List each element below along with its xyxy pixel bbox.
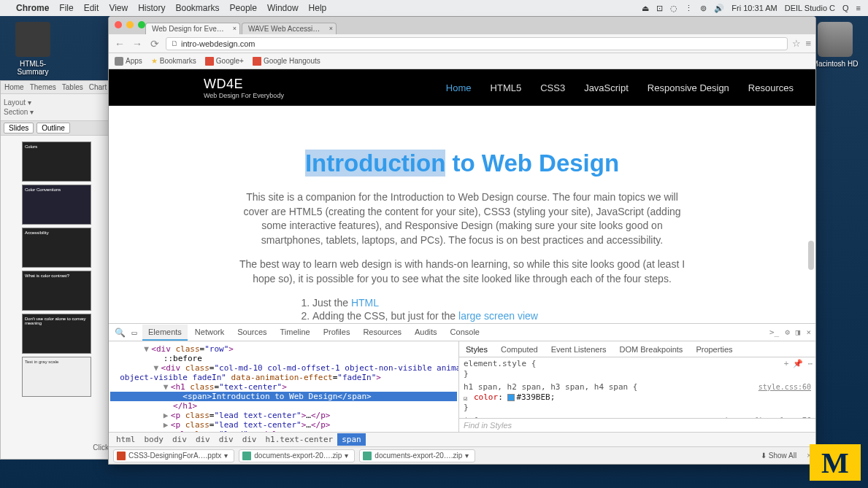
reload-button[interactable]: ⟳ (148, 38, 161, 50)
ppt-tab-tables[interactable]: Tables (62, 83, 83, 91)
crumb[interactable]: html (112, 433, 140, 446)
ppt-slides-tab[interactable]: Slides (4, 123, 34, 133)
devtools-tab-resources[interactable]: Resources (357, 325, 407, 341)
ppt-outline-tab[interactable]: Outline (37, 123, 70, 133)
nav-css3[interactable]: CSS3 (540, 82, 565, 93)
bookmark-star-icon[interactable]: ☆ (792, 38, 801, 49)
devtools-tab-audits[interactable]: Audits (409, 325, 443, 341)
nav-javascript[interactable]: JavaScript (584, 82, 629, 93)
address-bar[interactable]: 🗋 intro-webdesign.com (166, 37, 788, 50)
devtools-tab-network[interactable]: Network (189, 325, 230, 341)
desktop-drive[interactable]: Macintosh HD (810, 22, 861, 68)
link-html[interactable]: HTML (351, 297, 379, 309)
clock[interactable]: Fri 10:31 AM (731, 4, 777, 12)
ppt-tab-themes[interactable]: Themes (30, 83, 56, 91)
crumb[interactable]: div (191, 433, 215, 446)
rule-source[interactable]: vendor-prefixes.less:76 (710, 416, 811, 418)
devtools-tab-elements[interactable]: Elements (142, 325, 188, 341)
menu-history[interactable]: History (138, 3, 165, 13)
rule-source[interactable]: style.css:60 (758, 382, 811, 392)
device-mode-icon[interactable]: ▭ (128, 328, 141, 338)
bookmark-item[interactable]: Google+ (205, 57, 244, 66)
styles-filter-input[interactable]: Find in Styles (459, 418, 815, 432)
apps-button[interactable]: Apps (115, 57, 142, 66)
status-icon[interactable]: ⋮ (685, 4, 693, 13)
dom-line[interactable]: ::before (110, 354, 457, 363)
dom-line[interactable]: ▶<p class="lead text-center">…</p> (110, 420, 457, 430)
nav-resources[interactable]: Resources (748, 82, 794, 93)
show-all-downloads[interactable]: ⬇ Show All (761, 452, 796, 460)
style-rule[interactable]: vendor-prefixes.less:76 * { -webkit-box-… (464, 416, 811, 418)
menu-view[interactable]: View (109, 3, 128, 13)
crumb[interactable]: body (140, 433, 169, 446)
checkbox-icon[interactable]: ☑ (464, 393, 467, 403)
console-drawer-icon[interactable]: >_ (769, 328, 779, 337)
minimize-window-button[interactable] (126, 21, 134, 28)
color-swatch[interactable] (507, 394, 515, 401)
dom-line[interactable]: ▼<div class="col-md-10 col-md-offset-1 o… (110, 363, 457, 382)
ppt-slide-thumb[interactable]: Test in gray scale (22, 357, 91, 397)
link-large-screen[interactable]: large screen view (458, 310, 538, 322)
menu-people[interactable]: People (230, 3, 257, 13)
nav-home[interactable]: Home (446, 82, 472, 93)
chrome-menu-icon[interactable]: ≡ (805, 38, 811, 49)
nav-responsive[interactable]: Responsive Design (648, 82, 729, 93)
ppt-slide-thumb[interactable]: What is color contrast? (22, 271, 91, 311)
bookmark-item[interactable]: Google Hangouts (253, 57, 320, 66)
ppt-section-dropdown[interactable]: Section ▾ (4, 108, 110, 116)
styles-tab-breakpoints[interactable]: DOM Breakpoints (618, 344, 685, 355)
close-tab-icon[interactable]: × (233, 25, 237, 32)
download-item[interactable]: documents-export-20….zip ▾ (239, 449, 355, 462)
menu-bookmarks[interactable]: Bookmarks (176, 3, 220, 13)
devtools-tab-console[interactable]: Console (445, 325, 485, 341)
ppt-layout-dropdown[interactable]: Layout ▾ (4, 98, 110, 106)
zoom-window-button[interactable] (138, 21, 145, 28)
styles-tab-computed[interactable]: Computed (499, 344, 540, 355)
crumb[interactable]: div (168, 433, 191, 446)
close-devtools-icon[interactable]: × (806, 328, 811, 337)
styles-tab-styles[interactable]: Styles (464, 344, 490, 355)
devtools-tab-sources[interactable]: Sources (231, 325, 272, 341)
close-tab-icon[interactable]: × (329, 25, 333, 32)
menu-window[interactable]: Window (267, 3, 299, 13)
bookmark-item[interactable]: ★Bookmarks (151, 57, 196, 65)
ppt-slide-thumb[interactable]: Colors (22, 142, 91, 182)
back-button[interactable]: ← (113, 38, 126, 50)
dom-line[interactable]: ▼<div class="row"> (110, 344, 457, 354)
dom-line[interactable]: ▼<h1 class="text-center"> (110, 382, 457, 392)
crumb[interactable]: div (215, 433, 238, 446)
styles-rules[interactable]: + 📌 ⋯ element.style { } style.css:60 h1 … (459, 357, 815, 418)
crumb[interactable]: div (238, 433, 261, 446)
ppt-tab-home[interactable]: Home (4, 83, 24, 91)
inspect-icon[interactable]: 🔍 (113, 328, 126, 338)
wifi-icon[interactable]: ⊚ (700, 4, 707, 13)
ppt-tab-charts[interactable]: Chart (89, 83, 107, 91)
status-icon[interactable]: ⏏ (642, 4, 649, 13)
css-property[interactable]: ☑color: #339BEB; (464, 392, 811, 403)
user-name[interactable]: DEIL Studio C (785, 4, 835, 12)
settings-gear-icon[interactable]: ⚙ (785, 328, 790, 337)
notifications-icon[interactable]: ≡ (856, 4, 861, 12)
crumb-active[interactable]: span (337, 433, 366, 446)
menu-help[interactable]: Help (309, 3, 327, 13)
download-item[interactable]: CSS3-DesigningForA….pptx ▾ (113, 449, 234, 462)
nav-html5[interactable]: HTML5 (491, 82, 522, 93)
dom-line[interactable]: ▶<p class="lead text-center">…</p> (110, 411, 457, 420)
dock-side-icon[interactable]: ◨ (796, 328, 801, 337)
browser-tab[interactable]: WAVE Web Accessibility T× (242, 23, 337, 34)
menu-edit[interactable]: Edit (84, 3, 99, 13)
ppt-slide-thumb[interactable]: Color Conventions (22, 185, 91, 225)
dom-line[interactable]: </h1> (110, 401, 457, 411)
dom-line-selected[interactable]: <span>Introduction to Web Design</span> (110, 392, 457, 401)
webpage-viewport[interactable]: WD4E Web Design For Everybody Home HTML5… (109, 69, 815, 323)
style-rule[interactable]: element.style { } (464, 359, 811, 379)
powerpoint-window[interactable]: Home Themes Tables Chart Layout ▾ Sectio… (0, 80, 113, 460)
dom-tree[interactable]: ▼<div class="row"> ::before ▼<div class=… (109, 341, 459, 432)
menu-file[interactable]: File (59, 3, 73, 13)
styles-tab-properties[interactable]: Properties (694, 344, 734, 355)
devtools-tab-timeline[interactable]: Timeline (274, 325, 316, 341)
download-item[interactable]: documents-export-20….zip ▾ (359, 449, 475, 462)
active-app[interactable]: Chrome (16, 3, 49, 13)
status-icon[interactable]: ⊡ (656, 4, 663, 13)
browser-tab[interactable]: Web Design for Everyo× (145, 23, 240, 34)
